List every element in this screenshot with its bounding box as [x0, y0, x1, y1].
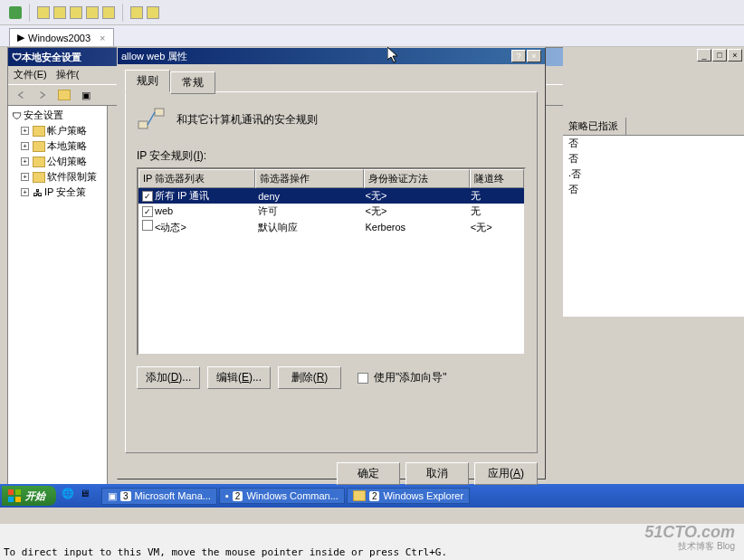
tab-strip: 规则 常规 [125, 70, 538, 92]
folder-icon [33, 172, 45, 183]
svg-rect-5 [8, 497, 14, 502]
toolbar-icon[interactable] [37, 6, 50, 19]
tree-item[interactable]: +软件限制策 [10, 169, 105, 185]
tree-label: 软件限制策 [47, 170, 97, 184]
dialog-title-text: allow web 属性 [121, 50, 187, 63]
toolbar-icon[interactable] [53, 6, 66, 19]
window-title: 本地安全设置 [22, 51, 81, 64]
edit-button[interactable]: 编辑(E)... [207, 366, 271, 389]
tree-label: 公钥策略 [47, 155, 87, 168]
close-button[interactable]: × [728, 49, 742, 62]
shield-icon: 🛡 [12, 52, 22, 62]
rule-description: 和其它计算机通讯的安全规则 [176, 112, 318, 128]
table-row[interactable]: ✓所有 IP 通讯 deny <无> 无 [138, 188, 524, 204]
svg-rect-0 [138, 121, 148, 128]
properties-dialog: allow web 属性 ? × 规则 常规 和其它计算机通讯的安全规则 [117, 47, 546, 479]
cell: <无> [469, 221, 522, 234]
desktop-icon[interactable]: 🖥 [80, 488, 96, 504]
watermark: 51CTO.com [644, 523, 735, 542]
toolbar-icon[interactable] [86, 6, 99, 19]
cancel-button[interactable]: 取消 [405, 462, 469, 485]
tree-item[interactable]: +公钥策略 [10, 154, 105, 169]
folder-icon [33, 141, 45, 152]
vm-tab[interactable]: ▶ Windows2003 × [9, 28, 114, 46]
list-body[interactable]: 否 否 . 否 否 [563, 136, 744, 317]
tab-general[interactable]: 常规 [170, 71, 215, 94]
add-button[interactable]: 添加(D)... [137, 366, 200, 389]
minimize-button[interactable]: _ [697, 49, 711, 62]
checkbox[interactable]: ✓ [142, 206, 153, 217]
tree-label: 本地策略 [47, 139, 87, 153]
help-button[interactable]: ? [511, 50, 526, 62]
back-button[interactable] [12, 86, 30, 104]
section-label: IP 安全规则(I): [137, 148, 526, 164]
ok-button[interactable]: 确定 [337, 462, 400, 485]
view-button[interactable]: ▣ [77, 86, 95, 104]
start-label: 开始 [25, 489, 45, 503]
window-controls: _ □ × [697, 49, 742, 62]
tree-root[interactable]: 🛡 安全设置 [10, 108, 105, 123]
expand-icon[interactable]: + [21, 142, 29, 150]
folder-icon [33, 157, 45, 167]
divider [29, 4, 30, 22]
rules-body[interactable]: ✓所有 IP 通讯 deny <无> 无 ✓web 许可 <无> 无 < [138, 188, 524, 235]
toolbar-icon[interactable] [147, 6, 159, 19]
dialog-titlebar[interactable]: allow web 属性 ? × [118, 48, 545, 64]
toolbar-icon[interactable] [70, 6, 82, 19]
close-button[interactable]: × [527, 50, 541, 62]
menu-action[interactable]: 操作( [56, 68, 80, 82]
column-header-filter[interactable]: IP 筛选器列表 [138, 169, 255, 188]
svg-rect-4 [15, 489, 21, 495]
toolbar-icon[interactable] [102, 6, 115, 19]
column-header[interactable]: 策略已指派 [563, 118, 626, 135]
cell: Kerberos [363, 222, 468, 233]
cell: 无 [469, 204, 522, 218]
status-message: To direct input to this VM, move the mou… [4, 546, 447, 558]
toolbar-icon[interactable] [130, 6, 143, 19]
apply-button[interactable]: 应用(A) [474, 462, 538, 485]
tree-item[interactable]: +本地策略 [10, 138, 105, 154]
forward-button[interactable] [33, 86, 52, 104]
ie-icon[interactable]: 🌐 [62, 488, 78, 504]
expand-icon[interactable]: + [21, 188, 29, 196]
column-header-auth[interactable]: 身份验证方法 [364, 169, 470, 188]
windows-icon [7, 489, 22, 503]
expand-icon[interactable]: + [21, 157, 29, 166]
close-icon[interactable]: × [100, 33, 105, 43]
app-icon: ▣ [108, 490, 117, 502]
table-row[interactable]: ✓web 许可 <无> 无 [138, 204, 524, 219]
checkbox[interactable]: ✓ [142, 191, 153, 202]
tree-item[interactable]: +帐户策略 [10, 123, 105, 138]
column-header-action[interactable]: 筛选器操作 [255, 169, 363, 188]
svg-rect-1 [155, 109, 164, 116]
play-icon[interactable] [9, 6, 22, 19]
tab-content: 和其它计算机通讯的安全规则 IP 安全规则(I): IP 筛选器列表 筛选器操作… [125, 91, 538, 453]
app-toolbar [0, 0, 744, 25]
expand-icon[interactable]: + [21, 127, 29, 135]
wizard-checkbox-label[interactable]: 使用"添加向导" [358, 370, 447, 385]
menu-file[interactable]: 文件(E) [14, 68, 47, 82]
cell: 否 [568, 137, 578, 150]
divider [122, 4, 123, 22]
start-button[interactable]: 开始 [2, 486, 56, 506]
vm-desktop: 🛡 本地安全设置 文件(E) 操作( ▣ 🛡 安全设置 +帐户策略 +本地策略 … [0, 47, 744, 524]
network-icon [137, 105, 166, 134]
checkbox[interactable] [142, 220, 153, 231]
rules-table: IP 筛选器列表 筛选器操作 身份验证方法 隧道终 ✓所有 IP 通讯 deny… [137, 167, 526, 356]
cell: 所有 IP 通讯 [155, 190, 209, 201]
remove-button[interactable]: 删除(R) [278, 366, 341, 389]
tree-item[interactable]: +🖧IP 安全策 [10, 185, 105, 200]
table-row[interactable]: <动态> 默认响应 Kerberos <无> [138, 219, 524, 235]
vm-tab-bar: ▶ Windows2003 × [0, 25, 744, 47]
checkbox[interactable] [358, 373, 368, 384]
tree-label: IP 安全策 [44, 185, 86, 199]
tab-rules[interactable]: 规则 [125, 70, 170, 92]
tree-label: 帐户策略 [47, 124, 87, 138]
task-count: 3 [120, 491, 131, 501]
cell: 否 [571, 167, 581, 181]
column-header-tunnel[interactable]: 隧道终 [470, 169, 524, 188]
expand-icon[interactable]: + [21, 173, 29, 181]
tree-view[interactable]: 🛡 安全设置 +帐户策略 +本地策略 +公钥策略 +软件限制策 +🖧IP 安全策 [8, 106, 108, 498]
up-button[interactable] [55, 86, 73, 104]
maximize-button[interactable]: □ [712, 49, 727, 62]
